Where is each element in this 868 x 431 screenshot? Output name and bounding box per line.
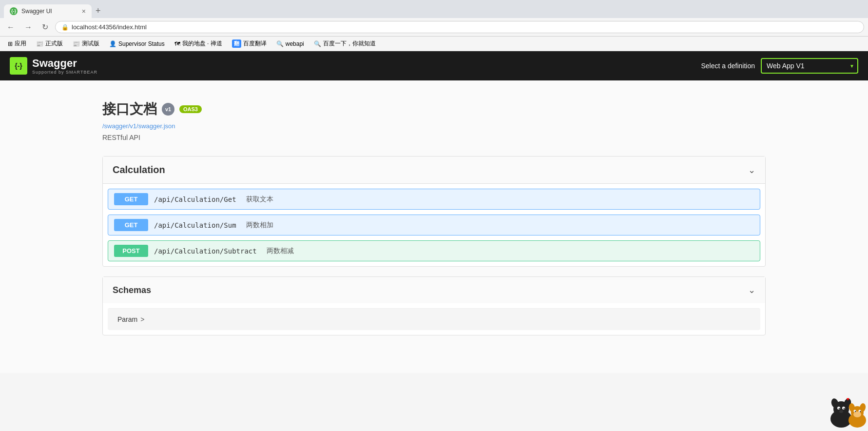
endpoint-get-calculationsum-row[interactable]: GET /api/Calculation/Sum 两数相加 <box>108 215 760 235</box>
swagger-content: 接口文档 v1 OAS3 /swagger/v1/swagger.json RE… <box>0 80 868 373</box>
endpoint-desc-get-1: 获取文本 <box>246 195 273 204</box>
api-info: 接口文档 v1 OAS3 /swagger/v1/swagger.json RE… <box>10 100 858 141</box>
schemas-section: Schemas ⌄ Param > <box>102 276 766 335</box>
bookmark-ceshiban[interactable]: 📰 测试版 <box>69 39 103 49</box>
bookmark-zhengshipan-label: 正式版 <box>45 39 63 48</box>
schemas-section-header[interactable]: Schemas ⌄ <box>103 277 765 303</box>
bookmark-apps-label: 应用 <box>15 39 26 48</box>
schemas-title: Schemas <box>113 285 151 295</box>
api-title: 接口文档 <box>102 100 157 118</box>
endpoint-get-calculationget[interactable]: GET /api/Calculation/Get 获取文本 <box>108 189 760 210</box>
ceshiban-icon: 📰 <box>73 40 80 47</box>
schema-param-expand-icon[interactable]: > <box>140 315 144 323</box>
schema-param-name: Param <box>117 315 137 323</box>
swagger-logo-text: Swagger Supported by SMARTBEAR <box>32 57 97 75</box>
baidu-translate-icon: 翻 <box>232 39 241 48</box>
calculation-section: Calculation ⌄ GET /api/Calculation/Get 获… <box>102 156 766 267</box>
bookmark-supervisor[interactable]: 👤 Supervisor Status <box>105 39 169 48</box>
bookmark-webapi[interactable]: 🔍 webapi <box>272 39 308 48</box>
new-tab-button[interactable]: + <box>92 4 105 18</box>
swagger-name: Swagger <box>32 57 97 70</box>
active-tab[interactable]: {-} Swagger UI × <box>4 4 92 18</box>
swagger-header: {-} Swagger Supported by SMARTBEAR Selec… <box>0 51 868 80</box>
bookmark-baidu-translate-label: 百度翻译 <box>243 39 267 48</box>
bookmarks-bar: ⊞ 应用 📰 正式版 📰 测试版 👤 Supervisor Status 🗺 我… <box>0 37 868 51</box>
reload-button[interactable]: ↻ <box>39 21 51 33</box>
forward-button[interactable]: → <box>21 22 35 33</box>
back-button[interactable]: ← <box>4 22 18 33</box>
bookmark-apps[interactable]: ⊞ 应用 <box>4 39 30 49</box>
swagger-sub: Supported by SMARTBEAR <box>32 70 97 75</box>
post-method-badge: POST <box>114 245 148 257</box>
bookmark-supervisor-label: Supervisor Status <box>118 40 165 47</box>
endpoint-path-get-1: /api/Calculation/Get <box>154 196 236 203</box>
apps-icon: ⊞ <box>8 40 13 47</box>
calculation-chevron-icon: ⌄ <box>748 165 755 176</box>
url-text: localhost:44356/index.html <box>72 23 147 31</box>
bookmark-baidu-translate[interactable]: 翻 百度翻译 <box>228 39 270 49</box>
select-definition-label: Select a definition <box>701 62 755 70</box>
definition-select-wrapper[interactable]: Web App V1 <box>761 58 858 74</box>
endpoint-path-get-2: /api/Calculation/Sum <box>154 221 236 229</box>
endpoint-get-calculationget-row[interactable]: GET /api/Calculation/Get 获取文本 <box>108 189 760 209</box>
swagger-json-link[interactable]: /swagger/v1/swagger.json <box>102 122 766 130</box>
bookmark-ceshiban-label: 测试版 <box>82 39 99 48</box>
bookmark-webapi-label: webapi <box>286 40 304 47</box>
url-bar[interactable]: 🔒 localhost:44356/index.html <box>55 21 864 33</box>
version-badge: v1 <box>162 103 174 116</box>
tab-bar: {-} Swagger UI × + <box>0 0 868 18</box>
tab-close-button[interactable]: × <box>82 7 86 15</box>
endpoint-path-post: /api/Calculation/Subtract <box>154 247 257 255</box>
bookmark-mydditu-label: 我的地盘 · 禅道 <box>182 39 222 48</box>
swagger-logo-icon: {-} <box>10 57 27 75</box>
calculation-title: Calculation <box>113 164 165 176</box>
supervisor-icon: 👤 <box>109 40 116 47</box>
browser-chrome: {-} Swagger UI × + ← → ↻ 🔒 localhost:443… <box>0 0 868 51</box>
api-description: RESTful API <box>102 134 766 141</box>
endpoint-post-calculationsubtract-row[interactable]: POST /api/Calculation/Subtract 两数相减 <box>108 241 760 261</box>
zhengshipan-icon: 📰 <box>36 40 43 47</box>
definition-select[interactable]: Web App V1 <box>761 58 858 74</box>
schemas-chevron-icon: ⌄ <box>748 285 755 295</box>
endpoint-get-calculationsum[interactable]: GET /api/Calculation/Sum 两数相加 <box>108 215 760 235</box>
lock-icon: 🔒 <box>61 24 69 31</box>
bookmark-baidu-search-label: 百度一下，你就知道 <box>323 39 376 48</box>
schema-item-param[interactable]: Param > <box>108 308 760 330</box>
address-bar: ← → ↻ 🔒 localhost:44356/index.html <box>0 18 868 37</box>
baidu-search-icon: 🔍 <box>314 40 321 47</box>
endpoint-post-calculationsubtract[interactable]: POST /api/Calculation/Subtract 两数相减 <box>108 240 760 261</box>
mydditu-icon: 🗺 <box>174 40 180 47</box>
oas3-badge: OAS3 <box>179 105 202 113</box>
tab-title: Swagger UI <box>21 8 78 15</box>
bookmark-zhengshipan[interactable]: 📰 正式版 <box>32 39 67 49</box>
bookmark-baidu-search[interactable]: 🔍 百度一下，你就知道 <box>310 39 380 49</box>
swagger-logo: {-} Swagger Supported by SMARTBEAR <box>10 57 97 75</box>
endpoint-desc-get-2: 两数相加 <box>246 221 273 230</box>
webapi-icon: 🔍 <box>276 40 284 47</box>
get-method-badge-1: GET <box>114 193 148 205</box>
endpoint-desc-post: 两数相减 <box>267 247 294 255</box>
api-title-row: 接口文档 v1 OAS3 <box>102 100 766 118</box>
bookmark-mydditu[interactable]: 🗺 我的地盘 · 禅道 <box>171 39 226 49</box>
tab-favicon: {-} <box>10 7 18 15</box>
get-method-badge-2: GET <box>114 219 148 231</box>
calculation-section-header[interactable]: Calculation ⌄ <box>103 157 765 184</box>
swagger-definition: Select a definition Web App V1 <box>701 58 858 74</box>
